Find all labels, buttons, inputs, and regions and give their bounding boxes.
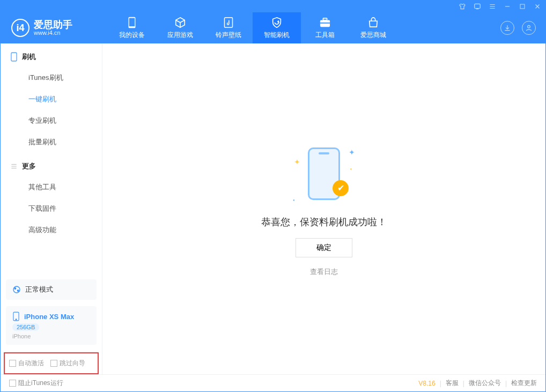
- svg-point-14: [16, 319, 17, 320]
- svg-rect-1: [520, 4, 525, 9]
- svg-rect-3: [129, 18, 135, 26]
- sidebar-section-more: 更多: [1, 153, 102, 176]
- nav-apps[interactable]: 应用游戏: [156, 12, 204, 43]
- dot-icon: ●: [293, 198, 295, 202]
- sparkle-icon: ✦: [349, 148, 355, 157]
- logo-icon: i4: [11, 19, 29, 37]
- sidebar-item-oneclick-flash[interactable]: 一键刷机: [1, 88, 102, 110]
- svg-rect-7: [320, 23, 330, 24]
- block-itunes-checkbox[interactable]: 阻止iTunes运行: [9, 379, 63, 388]
- view-log-link[interactable]: 查看日志: [310, 267, 338, 277]
- svg-rect-6: [323, 18, 327, 20]
- sidebar-section-flash: 刷机: [1, 43, 102, 67]
- skip-guide-checkbox[interactable]: 跳过向导: [50, 359, 85, 368]
- toolbox-icon: [319, 17, 331, 28]
- device-icon: [128, 17, 136, 28]
- success-message: 恭喜您，保资料刷机成功啦！: [261, 216, 387, 228]
- sidebar-item-batch-flash[interactable]: 批量刷机: [1, 131, 102, 153]
- dot-icon: ●: [350, 167, 352, 171]
- cube-icon: [174, 17, 186, 28]
- footer: 阻止iTunes运行 V8.16 | 客服 | 微信公众号 | 检查更新: [1, 374, 545, 391]
- svg-point-10: [13, 286, 20, 293]
- footer-link-update[interactable]: 检查更新: [511, 379, 537, 388]
- phone-icon: [10, 52, 18, 62]
- svg-point-11: [14, 288, 16, 290]
- sidebar-item-download-firmware[interactable]: 下载固件: [1, 198, 102, 219]
- footer-link-wechat[interactable]: 微信公众号: [469, 379, 501, 388]
- check-badge-icon: ✔: [333, 180, 349, 196]
- options-row: 自动激活 跳过向导: [4, 352, 99, 374]
- sparkle-icon: ✦: [294, 158, 300, 166]
- main-content: ✦ ✦ ● ● ✔ 恭喜您，保资料刷机成功啦！ 确定 查看日志: [102, 43, 545, 374]
- sidebar-item-itunes-flash[interactable]: iTunes刷机: [1, 67, 102, 88]
- nav-flash[interactable]: 智能刷机: [253, 12, 301, 43]
- sidebar: 刷机 iTunes刷机 一键刷机 专业刷机 批量刷机 更多 其他工具 下载固件 …: [1, 43, 102, 374]
- close-icon[interactable]: [533, 2, 542, 11]
- mode-label: 正常模式: [25, 285, 53, 294]
- tshirt-icon[interactable]: [458, 2, 467, 11]
- svg-rect-0: [475, 4, 481, 8]
- app-window: i4 爱思助手 www.i4.cn 我的设备 应用游戏 铃声壁纸 智能刷机: [0, 0, 546, 392]
- mode-card: 正常模式: [6, 279, 97, 300]
- nav-my-device[interactable]: 我的设备: [108, 12, 156, 43]
- version-label: V8.16: [418, 380, 435, 387]
- device-type: iPhone: [12, 333, 90, 339]
- sidebar-item-pro-flash[interactable]: 专业刷机: [1, 110, 102, 131]
- success-illustration: ✦ ✦ ● ● ✔: [292, 142, 356, 206]
- nav-wallpaper[interactable]: 铃声壁纸: [204, 12, 253, 43]
- svg-rect-9: [11, 53, 17, 61]
- app-url: www.i4.cn: [34, 29, 72, 36]
- nav-store[interactable]: 爱思商城: [349, 12, 397, 43]
- music-icon: [223, 17, 234, 28]
- app-name: 爱思助手: [34, 20, 72, 29]
- logo: i4 爱思助手 www.i4.cn: [1, 19, 108, 37]
- device-phone-icon: [12, 312, 20, 321]
- minimize-icon[interactable]: [503, 2, 512, 11]
- mode-icon: [12, 285, 21, 294]
- nav: 我的设备 应用游戏 铃声壁纸 智能刷机 工具箱 爱思商城: [108, 12, 397, 43]
- svg-point-12: [17, 290, 19, 292]
- ok-button[interactable]: 确定: [296, 238, 352, 257]
- svg-point-8: [528, 25, 530, 28]
- header-right: [500, 21, 545, 35]
- body: 刷机 iTunes刷机 一键刷机 专业刷机 批量刷机 更多 其他工具 下载固件 …: [1, 43, 545, 374]
- header: i4 爱思助手 www.i4.cn 我的设备 应用游戏 铃声壁纸 智能刷机: [1, 12, 545, 43]
- sidebar-item-other-tools[interactable]: 其他工具: [1, 176, 102, 198]
- svg-rect-4: [225, 17, 233, 27]
- device-name: iPhone XS Max: [24, 313, 74, 321]
- device-card: iPhone XS Max 256GB iPhone: [6, 306, 97, 345]
- menu-icon[interactable]: [488, 2, 497, 11]
- store-icon: [367, 17, 379, 28]
- feedback-icon[interactable]: [473, 2, 482, 11]
- list-icon: [10, 162, 18, 170]
- sidebar-item-advanced[interactable]: 高级功能: [1, 219, 102, 241]
- device-storage: 256GB: [12, 323, 39, 331]
- download-icon[interactable]: [500, 21, 514, 35]
- footer-link-support[interactable]: 客服: [446, 379, 459, 388]
- titlebar: [1, 1, 545, 12]
- nav-toolbox[interactable]: 工具箱: [301, 12, 349, 43]
- user-icon[interactable]: [522, 21, 536, 35]
- refresh-shield-icon: [271, 17, 283, 28]
- auto-activate-checkbox[interactable]: 自动激活: [9, 359, 44, 368]
- maximize-icon[interactable]: [518, 2, 527, 11]
